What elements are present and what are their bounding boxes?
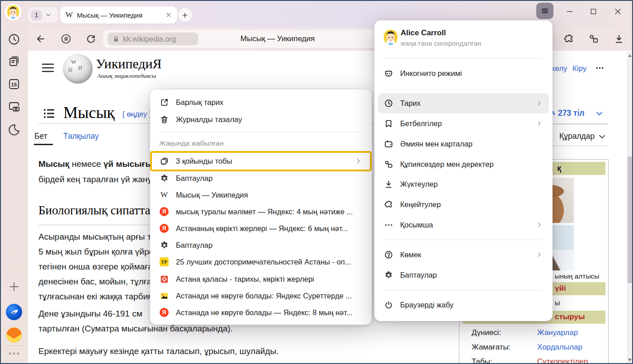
history-entry-label: Астанада не көруге болады: Яндекс Суретт… xyxy=(176,292,352,300)
scroll-up-arrow[interactable] xyxy=(628,54,632,57)
yandex-search-button[interactable]: Я xyxy=(59,32,73,46)
menu-item-more[interactable]: Қосымша xyxy=(374,216,553,233)
edit-link[interactable]: [ өңдеу ] xyxy=(123,110,151,118)
moon-icon xyxy=(7,123,21,137)
menu-item-close-browser[interactable]: Браузерді жабу xyxy=(374,296,553,313)
paragraph-line: тұлғасынан екі жаққа тарбиған xyxy=(38,292,161,302)
tools-button[interactable]: Құралдар xyxy=(559,132,595,141)
menu-item-history[interactable]: Тарих xyxy=(374,95,553,112)
page-scrollbar[interactable] xyxy=(627,52,633,364)
sidebar-history-button[interactable] xyxy=(6,31,22,47)
avatar-girl-icon xyxy=(5,4,22,21)
tab-group-pill[interactable]: 1 xyxy=(28,7,58,23)
download-icon xyxy=(614,33,624,44)
tab-page[interactable]: Бет xyxy=(34,132,47,141)
wiki-site-title[interactable]: УикипедиЯ xyxy=(96,56,162,71)
wiki-login-link[interactable]: Кіру xyxy=(572,64,586,73)
incognito-mask-icon xyxy=(383,68,393,78)
taxo-value-link[interactable]: Хордалылар xyxy=(537,343,582,352)
history-entry[interactable]: Астана қаласы - тарихы, көрікті жерлері xyxy=(150,270,372,288)
history-entry[interactable]: TP 25 лучших достопримечательностей Аста… xyxy=(150,253,372,270)
sidebar-yandex-mail-button[interactable] xyxy=(6,327,22,343)
paragraph-line: Еркектері мауығу кезінде қатты таласып, … xyxy=(38,346,279,356)
new-tab-button[interactable]: + xyxy=(178,8,192,22)
taxo-label: Дүниесі: xyxy=(472,328,501,337)
close-window-button[interactable] xyxy=(611,5,624,17)
yandex-favicon: Я xyxy=(159,207,169,217)
profile-avatar[interactable] xyxy=(5,4,22,21)
taxo-value-link[interactable]: Жануарлар xyxy=(537,328,578,337)
lock-icon xyxy=(112,35,120,43)
menu-item-extensions[interactable]: Кеңейтулер xyxy=(374,196,553,213)
gear-icon xyxy=(159,240,169,250)
bold-term-2: үй мысығы xyxy=(104,159,153,169)
sidebar-more-button[interactable] xyxy=(6,349,22,358)
sidebar-calendar-button[interactable]: 15 xyxy=(6,76,22,92)
downloads-button[interactable] xyxy=(612,32,626,46)
history-menu: Барлық тарих Журналды тазалау Жақында жа… xyxy=(150,90,372,325)
plain-text: немесе xyxy=(69,159,103,169)
passwords-button[interactable] xyxy=(587,32,600,46)
domain-chip[interactable]: kk.wikipedia.org xyxy=(108,33,198,45)
maximize-button[interactable] xyxy=(586,5,600,17)
menu-item-tab-group[interactable]: 3 қойынды тобы xyxy=(150,152,372,170)
cat-photo-orange[interactable] xyxy=(575,178,605,223)
menu-item-all-history[interactable]: Барлық тарих xyxy=(150,94,372,111)
tab-underline xyxy=(34,144,53,145)
sidebar-dark-mode-button[interactable] xyxy=(6,122,22,138)
mail-icon xyxy=(6,327,22,343)
menu-item-wallet[interactable]: Әмиян мен карталар xyxy=(374,135,553,152)
reload-button[interactable] xyxy=(84,32,98,46)
menu-item-incognito[interactable]: Инкогнито режимі xyxy=(374,65,553,82)
key-folder-icon xyxy=(383,159,393,169)
sidebar-screenshot-button[interactable] xyxy=(6,99,22,115)
language-button[interactable]: 273 тіл xyxy=(558,109,585,118)
menu-item-bookmarks[interactable]: Бетбелгілер xyxy=(374,115,553,132)
menu-item-downloads[interactable]: Жүктеулер xyxy=(374,175,553,193)
paragraph-line: тегінен онша өзгере қоймаған xyxy=(38,262,157,272)
infobox-bar1-fragment: үйі xyxy=(555,284,566,293)
wiki-toc-button[interactable] xyxy=(43,108,55,119)
sidebar-yandex-disk-button[interactable] xyxy=(6,304,22,320)
history-entry-label: Мысық — Уикипедия xyxy=(176,191,248,199)
sidebar-add-button[interactable] xyxy=(6,279,22,295)
cat-photo-gray[interactable] xyxy=(575,225,605,270)
menu-item-help[interactable]: Көмек xyxy=(374,246,553,263)
notes-icon xyxy=(7,55,21,68)
url-text: kk.wikipedia.org xyxy=(123,35,176,43)
menu-item-settings[interactable]: Баптаулар xyxy=(150,170,372,187)
menu-item-settings[interactable]: Баптаулар xyxy=(374,266,553,284)
browser-menu-button[interactable] xyxy=(536,3,553,19)
tab-talk[interactable]: Талқылау xyxy=(63,132,99,141)
menu-item-label: Браузерді жабу xyxy=(400,301,453,309)
wiki-more-menu[interactable]: ••• xyxy=(596,65,605,71)
history-entry[interactable]: Я Астананың көрікті жерлері — Яндекс: 6 … xyxy=(150,220,372,237)
taxo-label: Жамағаты: xyxy=(472,343,511,352)
screenshot-icon xyxy=(7,100,21,113)
tools-chevron-icon[interactable] xyxy=(599,134,605,139)
menu-item-label: Кеңейтулер xyxy=(400,200,441,209)
active-tab[interactable]: W Мысық — Уикипедия xyxy=(60,6,177,24)
scroll-down-arrow[interactable] xyxy=(628,359,632,361)
wikipedia-globe-logo[interactable]: W Ω И xyxy=(63,54,93,84)
tab-close-icon[interactable] xyxy=(165,12,172,18)
history-entry[interactable]: Я Астанада не көруге болады — Яндекс: 8 … xyxy=(150,304,372,321)
gear-icon xyxy=(383,270,393,280)
menu-item-passwords[interactable]: Құпиясөздер мен деректер xyxy=(374,156,553,173)
scrollbar-thumb[interactable] xyxy=(628,156,633,283)
history-entry[interactable]: Я мысық туралы мәлімет — Яндекс: 4 мың н… xyxy=(150,203,372,220)
history-entry[interactable]: Баптаулар xyxy=(150,236,372,254)
sidebar-notes-button[interactable] xyxy=(6,53,22,70)
menu-user-avatar[interactable] xyxy=(381,28,401,47)
extensions-button[interactable] xyxy=(562,32,576,46)
language-chevron-icon[interactable] xyxy=(596,111,603,116)
taxo-value-redlink[interactable]: Сүтқоректілер xyxy=(537,357,588,364)
back-button[interactable] xyxy=(34,32,47,46)
menu-item-clear-journal[interactable]: Журналды тазалау xyxy=(150,111,372,128)
minimize-button[interactable] xyxy=(563,5,576,17)
history-entry-label: Астананың көрікті жерлері — Яндекс: 6 мы… xyxy=(176,224,348,233)
history-entry[interactable]: W Мысық — Уикипедия xyxy=(150,186,372,203)
menu-item-label: Баптаулар xyxy=(176,174,213,183)
wiki-menu-button[interactable] xyxy=(42,62,54,73)
history-entry[interactable]: Астанада не көруге болады: Яндекс Суретт… xyxy=(150,287,372,304)
